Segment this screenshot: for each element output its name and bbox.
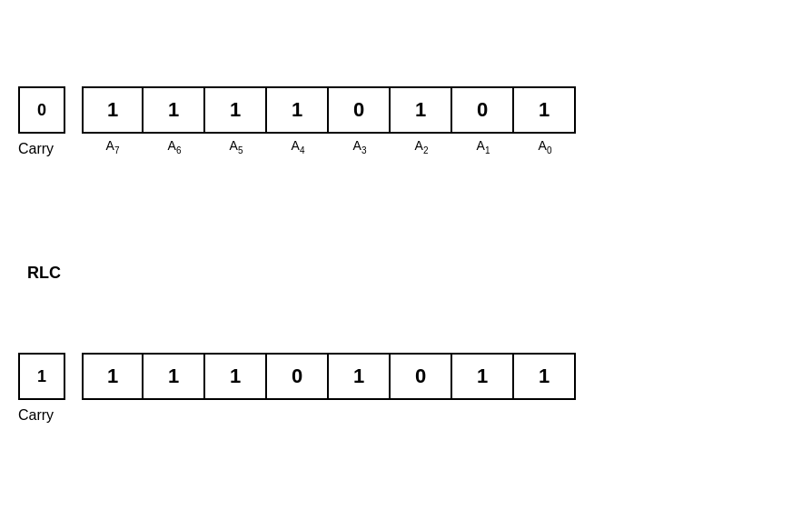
top-bit-3: 0 [329,86,391,134]
bottom-cells-row: 1 1 1 0 1 0 1 1 [82,353,576,400]
top-label-6: A6 [144,138,205,155]
top-bit-6: 1 [144,86,205,134]
top-carry-box: 0 [18,86,65,134]
bottom-bit-3: 1 [329,353,391,400]
bottom-bit-2: 0 [391,353,452,400]
top-bit-0: 1 [514,86,576,134]
top-label-1: A1 [452,138,514,155]
main-diagram: 0 1 1 1 1 0 1 0 1 A7 A6 A5 A4 A3 A2 A1 A… [0,0,812,510]
top-bit-7: 1 [82,86,144,134]
bottom-bit-7: 1 [82,353,144,400]
top-label-2: A2 [391,138,452,155]
top-label-3: A3 [329,138,391,155]
top-label-row: A7 A6 A5 A4 A3 A2 A1 A0 [82,138,576,155]
arrows-svg [0,0,812,510]
top-label-4: A4 [267,138,329,155]
top-bit-5: 1 [205,86,267,134]
bottom-carry-value: 1 [37,367,46,386]
top-bit-2: 1 [391,86,452,134]
top-carry-value: 0 [37,101,46,120]
top-carry-label: Carry [18,141,54,157]
bottom-carry-label: Carry [18,407,54,424]
top-label-7: A7 [82,138,144,155]
bottom-bit-6: 1 [144,353,205,400]
rlc-label: RLC [27,264,61,283]
top-bit-1: 0 [452,86,514,134]
top-label-5: A5 [205,138,267,155]
top-cells-row: 1 1 1 1 0 1 0 1 [82,86,576,134]
bottom-bit-4: 0 [267,353,329,400]
bottom-carry-box: 1 [18,353,65,400]
bottom-bit-5: 1 [205,353,267,400]
bottom-bit-0: 1 [514,353,576,400]
bottom-bit-1: 1 [452,353,514,400]
top-bit-4: 1 [267,86,329,134]
top-label-0: A0 [514,138,576,155]
